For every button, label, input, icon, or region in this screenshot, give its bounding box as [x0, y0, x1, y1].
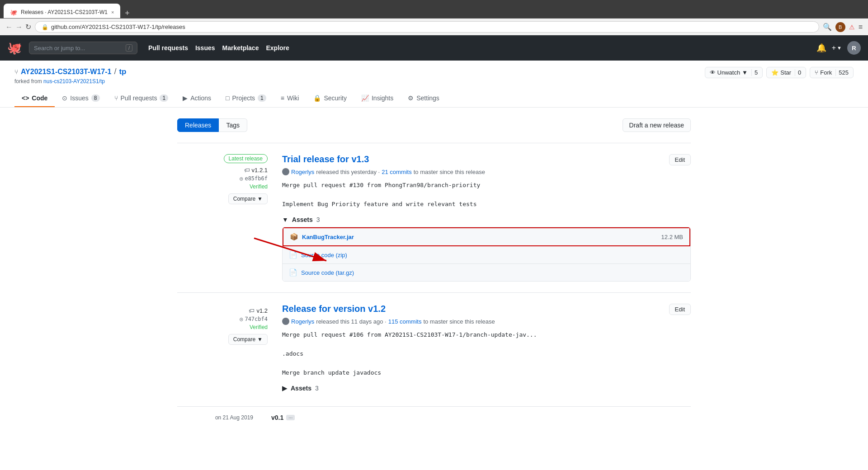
tab-close-icon[interactable]: ×: [111, 9, 114, 15]
releases-button[interactable]: Releases: [177, 118, 219, 132]
repo-actions: 👁 Unwatch ▼ 5 ⭐ Star 0 ⑂ Fork 525: [705, 67, 854, 78]
search-icon[interactable]: 🔍: [823, 23, 832, 31]
release-row-2: 🏷 v1.2 ◎ 747cbf4 Verified Compare ▼ Edit…: [177, 292, 691, 406]
tab-issues[interactable]: ⊙ Issues 8: [55, 90, 107, 107]
nav-pull-requests[interactable]: Pull requests: [148, 44, 188, 52]
star-count: 0: [795, 69, 801, 76]
nav-right: 🔔 + ▼ R: [816, 41, 861, 55]
tab-code[interactable]: <> Code: [14, 90, 55, 107]
release-commit-2: ◎ 747cbf4: [177, 316, 268, 322]
v01-label: v0.1: [271, 414, 283, 421]
tab-projects[interactable]: □ Projects 1: [218, 90, 274, 107]
release-sidebar-1: Latest release 🏷 v1.2.1 ◎ e85fb6f Verifi…: [177, 154, 268, 282]
nav-issues[interactable]: Issues: [195, 44, 215, 52]
zip-icon: 📄: [289, 251, 297, 259]
projects-icon: □: [226, 94, 229, 102]
assets-expand-icon-2: ▶: [282, 385, 287, 392]
release-title-2[interactable]: Release for version v1.2: [282, 304, 691, 314]
breadcrumb-separator: /: [114, 67, 116, 76]
assets-header-2[interactable]: ▶ Assets 3: [282, 385, 691, 392]
repo-name-link[interactable]: tp: [119, 67, 126, 76]
verified-badge-1: Verified: [177, 183, 268, 190]
edit-button-1[interactable]: Edit: [669, 154, 691, 165]
releases-list: Latest release 🏷 v1.2.1 ◎ e85fb6f Verifi…: [177, 143, 691, 428]
fork-icon: ⑂: [815, 69, 818, 76]
fork-button[interactable]: ⑂ Fork 525: [810, 67, 854, 78]
commits-link-1[interactable]: 21 commits: [382, 169, 411, 175]
release-row-1: Latest release 🏷 v1.2.1 ◎ e85fb6f Verifi…: [177, 143, 691, 292]
v01-row: on 21 Aug 2019 v0.1 ···: [177, 406, 691, 428]
tab-pull-requests[interactable]: ⑂ Pull requests 1: [107, 90, 176, 107]
draft-release-button[interactable]: Draft a new release: [623, 118, 691, 132]
avatar-icon-1: [282, 168, 289, 175]
targz-download-link[interactable]: Source code (tar.gz): [301, 269, 354, 276]
release-description-1: Merge pull request #130 from PhongTran98…: [282, 181, 691, 209]
release-title-1[interactable]: Trial release for v1.3: [282, 154, 691, 164]
jar-icon: 📦: [290, 233, 298, 241]
new-tab-button[interactable]: +: [120, 9, 134, 18]
search-input[interactable]: Search or jump to...: [34, 45, 85, 52]
fork-count: 525: [835, 69, 849, 76]
address-bar[interactable]: 🔒 github.com/AY2021S1-CS2103T-W17-1/tp/r…: [35, 21, 819, 33]
avatar-icon-2: [282, 318, 289, 325]
wiki-icon: ≡: [281, 94, 284, 102]
notification-bell-icon[interactable]: 🔔: [816, 43, 826, 53]
security-icon: 🔒: [313, 94, 321, 102]
repo-header: ⑂ AY2021S1-CS2103T-W17-1 / tp forked fro…: [0, 61, 868, 108]
nav-search[interactable]: Search or jump to... /: [29, 42, 137, 54]
v01-date: on 21 Aug 2019: [215, 414, 253, 421]
assets-header-1[interactable]: ▼ Assets 3: [282, 216, 691, 223]
eye-icon: 👁: [710, 69, 716, 76]
user-avatar[interactable]: R: [847, 41, 861, 55]
github-favicon: 🐙: [10, 9, 17, 16]
browser-menu-icon[interactable]: ≡: [859, 23, 863, 31]
parent-repo-link[interactable]: nus-cs2103-AY2021S1/tp: [43, 78, 105, 85]
commits-link-2[interactable]: 115 commits: [388, 318, 422, 325]
tab-insights[interactable]: 📈 Insights: [354, 90, 401, 107]
extension-icon-2[interactable]: ⚠: [849, 24, 855, 31]
tab-title: Releases · AY2021S1-CS2103T-W1: [21, 9, 108, 15]
release-author-1[interactable]: Rogerlys: [291, 169, 314, 175]
compare-button-1[interactable]: Compare ▼: [228, 193, 268, 204]
asset-item-zip: 📄 Source code (zip): [283, 246, 690, 264]
add-new-icon[interactable]: + ▼: [832, 44, 842, 52]
jar-download-link[interactable]: KanBugTracker.jar: [302, 234, 354, 240]
assets-collapse-icon-1: ▼: [282, 216, 288, 223]
back-button[interactable]: ←: [5, 23, 13, 31]
star-button[interactable]: ⭐ Star 0: [766, 67, 806, 78]
github-navbar: 🐙 Search or jump to... / Pull requests I…: [0, 35, 868, 61]
tab-security[interactable]: 🔒 Security: [306, 90, 354, 107]
nav-marketplace[interactable]: Marketplace: [222, 44, 259, 52]
compare-dropdown-icon-2: ▼: [257, 336, 263, 343]
tab-actions[interactable]: ▶ Actions: [175, 90, 218, 107]
release-tag-2: 🏷 v1.2: [177, 307, 268, 314]
nav-explore[interactable]: Explore: [266, 44, 289, 52]
nav-links: Pull requests Issues Marketplace Explore: [148, 44, 289, 52]
tab-settings[interactable]: ⚙ Settings: [401, 90, 447, 107]
zip-download-link[interactable]: Source code (zip): [301, 252, 347, 258]
repo-tabs: <> Code ⊙ Issues 8 ⑂ Pull requests 1 ▶ A…: [14, 90, 854, 107]
targz-icon: 📄: [289, 268, 297, 277]
star-icon: ⭐: [771, 69, 778, 76]
forward-button[interactable]: →: [15, 23, 23, 31]
extension-icon-1[interactable]: B: [835, 22, 845, 32]
edit-button-2[interactable]: Edit: [669, 304, 691, 315]
watch-button[interactable]: 👁 Unwatch ▼ 5: [705, 67, 763, 78]
tags-button[interactable]: Tags: [219, 118, 247, 132]
code-icon: <>: [22, 94, 29, 102]
compare-button-2[interactable]: Compare ▼: [228, 334, 268, 345]
main-content: Releases Tags Draft a new release Latest…: [163, 108, 705, 439]
tab-wiki[interactable]: ≡ Wiki: [274, 90, 307, 107]
release-author-2[interactable]: Rogerlys: [291, 318, 314, 325]
projects-badge: 1: [258, 94, 266, 102]
refresh-button[interactable]: ↻: [25, 23, 31, 31]
url-text: github.com/AY2021S1-CS2103T-W17-1/tp/rel…: [51, 24, 185, 30]
tag-icon-2: 🏷: [249, 307, 255, 314]
github-logo[interactable]: 🐙: [7, 41, 22, 55]
actions-icon: ▶: [183, 94, 188, 102]
release-sidebar-2: 🏷 v1.2 ◎ 747cbf4 Verified Compare ▼: [177, 304, 268, 395]
org-link[interactable]: AY2021S1-CS2103T-W17-1: [21, 68, 111, 76]
browser-tab[interactable]: 🐙 Releases · AY2021S1-CS2103T-W1 ×: [4, 4, 120, 18]
release-meta-2: Rogerlys released this 11 days ago · 115…: [282, 318, 691, 325]
verified-badge-2: Verified: [177, 324, 268, 330]
